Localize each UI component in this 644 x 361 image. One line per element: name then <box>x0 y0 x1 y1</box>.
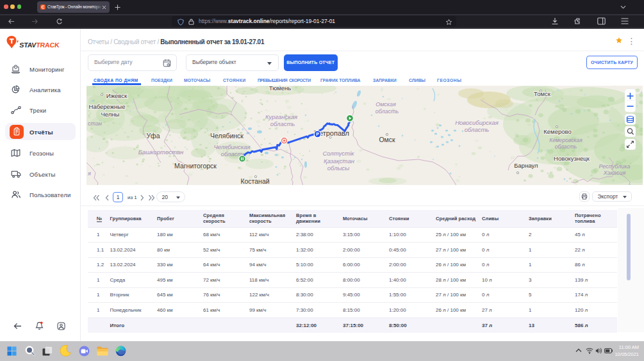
svg-text:Новокузнецк: Новокузнецк <box>554 155 590 162</box>
svg-text:STAVTRACK: STAVTRACK <box>19 41 60 49</box>
svg-text:Республика: Республика <box>599 163 630 170</box>
svg-text:Новосибирская: Новосибирская <box>455 119 499 126</box>
svg-text:Костанай: Костанай <box>240 177 269 185</box>
svg-text:стан: стан <box>88 120 102 127</box>
svg-text:Солтүстік: Солтүстік <box>322 150 354 157</box>
svg-text:Томск: Томск <box>534 90 551 97</box>
svg-text:P: P <box>316 132 319 136</box>
svg-text:Челны: Челны <box>101 111 120 118</box>
svg-text:я: я <box>87 170 91 177</box>
svg-text:Башкортостан: Башкортостан <box>138 148 184 156</box>
svg-text:Омск: Омск <box>379 136 395 143</box>
svg-text:облысы: облысы <box>327 164 350 172</box>
svg-text:область: область <box>376 108 399 115</box>
svg-text:область: область <box>270 120 295 127</box>
svg-text:область: область <box>555 143 577 150</box>
svg-text:Ижевск: Ижевск <box>106 92 128 99</box>
svg-text:Хакасия: Хакасия <box>603 170 626 176</box>
svg-text:Омская: Омская <box>376 101 396 108</box>
svg-text:Кемерово: Кемерово <box>543 128 571 135</box>
svg-text:Тюмень: Тюмень <box>269 86 291 92</box>
svg-text:Челябинская: Челябинская <box>213 143 250 150</box>
svg-text:Кемеровская: Кемеровская <box>549 137 582 143</box>
svg-text:Челябинск: Челябинск <box>210 132 244 140</box>
svg-text:Уфа: Уфа <box>146 132 160 140</box>
svg-text:Барнаул: Барнаул <box>514 162 538 169</box>
svg-text:Набережные: Набережные <box>89 103 126 110</box>
svg-text:область: область <box>465 126 490 133</box>
svg-text:Қазақстан: Қазақстан <box>324 157 355 164</box>
svg-text:Курганская: Курганская <box>265 113 297 120</box>
svg-text:Магнитогорск: Магнитогорск <box>174 162 217 170</box>
